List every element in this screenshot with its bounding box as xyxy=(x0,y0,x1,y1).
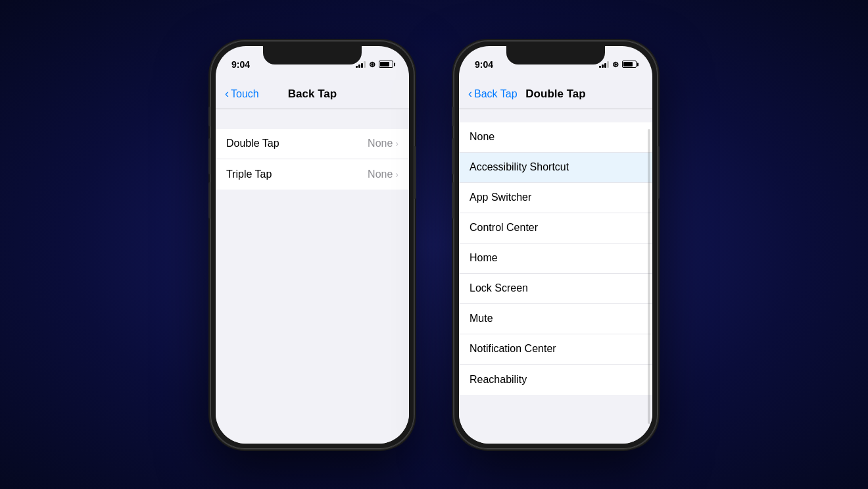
status-time-left: 9:04 xyxy=(231,59,250,70)
signal-icon-left xyxy=(356,61,366,68)
scrollbar-right[interactable] xyxy=(648,129,650,424)
mute-label: Mute xyxy=(470,313,493,324)
signal-icon-right xyxy=(599,61,609,68)
right-phone-screen: 9:04 ⊛ ‹ Back Tap Double Tap xyxy=(459,46,652,444)
mute-button xyxy=(208,107,210,126)
list-item-none[interactable]: None xyxy=(459,122,652,153)
triple-tap-chevron: › xyxy=(395,169,398,180)
lock-screen-label: Lock Screen xyxy=(470,282,528,294)
power-button-right xyxy=(658,146,660,199)
triple-tap-value: None › xyxy=(368,168,398,180)
nav-bar-left: ‹ Touch Back Tap xyxy=(216,80,409,109)
spacer-right xyxy=(459,109,652,122)
list-item-home[interactable]: Home xyxy=(459,244,652,274)
nav-title-right: Double Tap xyxy=(525,88,585,101)
back-button-left[interactable]: ‹ Touch xyxy=(225,88,259,101)
double-tap-chevron: › xyxy=(395,138,398,149)
home-label: Home xyxy=(470,252,498,264)
triple-tap-label: Triple Tap xyxy=(226,168,272,180)
app-switcher-label: App Switcher xyxy=(470,192,531,203)
list-item-triple-tap[interactable]: Triple Tap None › xyxy=(216,159,409,190)
content-left: Double Tap None › Triple Tap None › xyxy=(216,109,409,444)
nav-bar-right: ‹ Back Tap Double Tap xyxy=(459,80,652,109)
volume-up-button-right xyxy=(452,138,454,174)
none-label: None xyxy=(470,131,494,143)
list-item-lock-screen[interactable]: Lock Screen xyxy=(459,274,652,304)
notch xyxy=(263,46,362,64)
status-icons-left: ⊛ xyxy=(356,60,393,69)
back-label-left: Touch xyxy=(231,88,259,100)
list-item-app-switcher[interactable]: App Switcher xyxy=(459,183,652,213)
back-button-right[interactable]: ‹ Back Tap xyxy=(468,88,518,101)
list-item-mute[interactable]: Mute xyxy=(459,304,652,334)
accessibility-shortcut-label: Accessibility Shortcut xyxy=(470,161,569,173)
control-center-label: Control Center xyxy=(470,222,538,234)
triple-tap-value-text: None xyxy=(368,168,393,180)
nav-title-left: Back Tap xyxy=(288,88,337,101)
list-item-control-center[interactable]: Control Center xyxy=(459,213,652,244)
double-tap-label: Double Tap xyxy=(226,138,279,149)
battery-icon-right xyxy=(622,61,637,68)
status-time-right: 9:04 xyxy=(475,59,493,70)
back-label-right: Back Tap xyxy=(474,88,518,100)
double-tap-value: None › xyxy=(368,138,398,149)
battery-icon-left xyxy=(379,61,393,68)
left-phone-screen: 9:04 ⊛ ‹ Touch Back Tap xyxy=(216,46,409,444)
wifi-icon-right: ⊛ xyxy=(612,60,619,69)
double-tap-value-text: None xyxy=(368,138,393,149)
notch-right xyxy=(506,46,605,64)
wifi-icon-left: ⊛ xyxy=(369,60,375,69)
mute-button-right xyxy=(452,107,454,126)
back-chevron-right: ‹ xyxy=(468,87,472,101)
power-button xyxy=(414,146,416,199)
notification-center-label: Notification Center xyxy=(470,343,556,355)
list-section-right: None Accessibility Shortcut App Switcher… xyxy=(459,122,652,395)
list-item-reachability[interactable]: Reachability xyxy=(459,365,652,395)
spacer-left xyxy=(216,109,409,129)
volume-up-button xyxy=(208,138,210,174)
left-phone: 9:04 ⊛ ‹ Touch Back Tap xyxy=(210,41,414,449)
list-item-accessibility-shortcut[interactable]: Accessibility Shortcut xyxy=(459,153,652,183)
list-section-left: Double Tap None › Triple Tap None › xyxy=(216,129,409,190)
list-item-double-tap[interactable]: Double Tap None › xyxy=(216,129,409,159)
content-right: None Accessibility Shortcut App Switcher… xyxy=(459,109,652,444)
status-icons-right: ⊛ xyxy=(599,60,637,69)
right-phone: 9:04 ⊛ ‹ Back Tap Double Tap xyxy=(454,41,658,449)
reachability-label: Reachability xyxy=(470,374,527,386)
volume-down-button-right xyxy=(452,182,454,219)
list-item-notification-center[interactable]: Notification Center xyxy=(459,334,652,365)
back-chevron-left: ‹ xyxy=(225,87,229,101)
volume-down-button xyxy=(208,182,210,219)
